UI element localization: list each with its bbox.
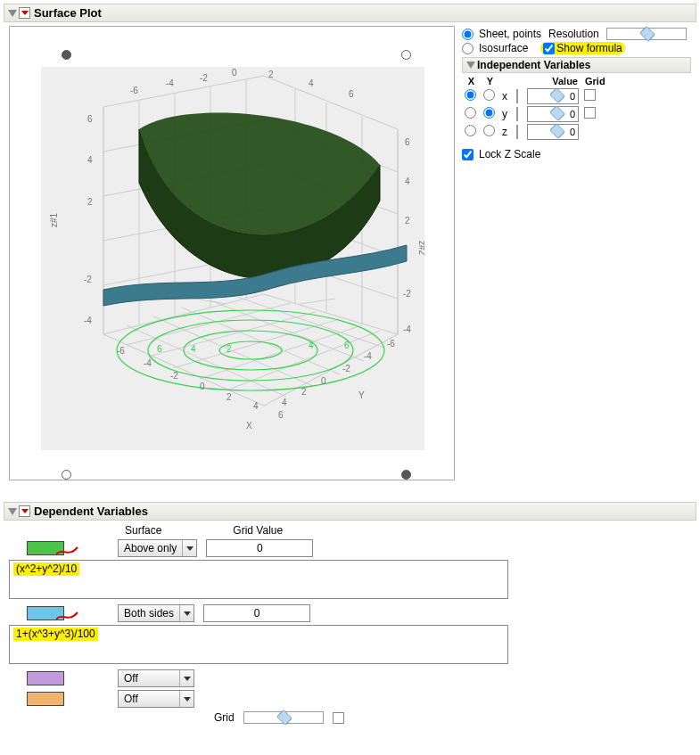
rotate-handle-nw[interactable] — [62, 50, 71, 60]
gridvalue-column-label: Grid Value — [233, 524, 283, 537]
svg-text:-2: -2 — [403, 289, 411, 299]
x-axis-radio-z[interactable] — [465, 125, 476, 136]
ivars-title: Independent Variables — [477, 59, 590, 71]
svg-text:4: 4 — [253, 401, 259, 411]
svg-text:z#2: z#2 — [417, 241, 424, 256]
color-swatch-4[interactable] — [27, 692, 64, 706]
surface-mode-dropdown-3[interactable]: Off — [118, 669, 194, 687]
svg-text:4: 4 — [191, 344, 196, 354]
gridvalue-input-2[interactable] — [203, 604, 310, 622]
sheet-points-radio[interactable] — [462, 29, 474, 40]
surface-plot-viewport[interactable]: -6 -4 -2 0 2 4 6 X 6 4 2 -2 -4 z#1 6 — [9, 26, 455, 480]
svg-text:2: 2 — [405, 216, 410, 226]
y-axis-radio-x[interactable] — [483, 89, 495, 101]
depvars-title: Dependent Variables — [34, 505, 148, 518]
grid-slider[interactable] — [243, 711, 324, 724]
resolution-slider[interactable] — [606, 28, 687, 40]
color-swatch-3[interactable] — [27, 671, 64, 685]
depvar-row-4: Off — [27, 690, 691, 708]
ivar-slider-z[interactable] — [516, 125, 518, 139]
svg-text:2: 2 — [226, 344, 232, 354]
color-swatch-1[interactable] — [27, 541, 64, 555]
svg-text:-6: -6 — [387, 339, 395, 349]
svg-text:-6: -6 — [117, 346, 125, 356]
svg-text:Y: Y — [358, 390, 365, 400]
ivar-row-y: y — [462, 105, 609, 123]
grid-slider-label: Grid — [214, 711, 235, 724]
ivar-slider-y[interactable] — [516, 107, 518, 121]
ivar-grid-y[interactable] — [584, 107, 596, 119]
panel-title: Surface Plot — [34, 6, 102, 20]
color-swatch-2[interactable] — [27, 606, 64, 620]
surface-mode-dropdown-1[interactable]: Above only — [118, 539, 197, 557]
depvar-row-3: Off — [27, 669, 691, 687]
formula-text-2: 1+(x^3+y^3)/100 — [13, 628, 98, 641]
svg-text:2: 2 — [87, 197, 93, 207]
formula-text-1: (x^2+y^2)/10 — [13, 562, 79, 576]
svg-text:0: 0 — [321, 376, 326, 386]
svg-text:0: 0 — [200, 382, 205, 391]
panel-menu-icon[interactable] — [19, 505, 30, 517]
depvar-row-2: Both sides — [27, 604, 691, 622]
svg-text:-6: -6 — [130, 86, 138, 95]
svg-text:2: 2 — [301, 387, 307, 397]
formula-box-2[interactable]: 1+(x^3+y^3)/100 — [9, 625, 508, 664]
svg-text:6: 6 — [344, 341, 350, 350]
svg-text:4: 4 — [282, 398, 287, 407]
svg-text:X: X — [246, 421, 252, 431]
depvar-row-1: Above only — [27, 539, 691, 557]
x-axis-radio-y[interactable] — [465, 107, 476, 119]
ivar-name: x — [499, 87, 510, 105]
svg-text:2: 2 — [268, 70, 274, 79]
x-axis-radio-x[interactable] — [465, 89, 476, 101]
svg-text:4: 4 — [309, 341, 314, 350]
lock-z-scale-label: Lock Z Scale — [479, 148, 540, 160]
svg-text:-2: -2 — [200, 73, 208, 83]
disclosure-icon[interactable] — [8, 10, 17, 17]
svg-text:-2: -2 — [170, 371, 178, 381]
surface-mode-dropdown-4[interactable]: Off — [118, 690, 194, 708]
surface-mode-dropdown-2[interactable]: Both sides — [118, 604, 194, 622]
ivar-row-z: z — [462, 123, 609, 141]
lock-z-scale-checkbox[interactable] — [462, 149, 474, 160]
svg-text:2: 2 — [226, 392, 232, 402]
svg-text:-4: -4 — [166, 78, 174, 88]
svg-text:6: 6 — [278, 410, 284, 420]
rotate-handle-sw[interactable] — [62, 470, 71, 480]
svg-text:-2: -2 — [342, 364, 350, 373]
col-grid: Grid — [581, 75, 609, 87]
ivar-grid-x[interactable] — [584, 89, 596, 101]
show-formula-checkbox[interactable] — [543, 43, 555, 54]
sheet-points-label: Sheet, points — [479, 28, 541, 40]
formula-box-1[interactable]: (x^2+y^2)/10 — [9, 560, 508, 599]
svg-text:4: 4 — [309, 78, 314, 88]
svg-text:6: 6 — [349, 89, 354, 99]
surface-plot-header: Surface Plot — [4, 4, 696, 22]
gridvalue-input-1[interactable] — [206, 539, 313, 557]
svg-text:4: 4 — [87, 155, 93, 165]
independent-variables-table: X Y Value Grid x y — [462, 75, 609, 141]
rotate-handle-se[interactable] — [401, 470, 411, 480]
isosurface-radio[interactable] — [462, 43, 474, 54]
resolution-label: Resolution — [548, 28, 599, 40]
svg-text:-4: -4 — [364, 351, 372, 361]
grid-slider-gridbox[interactable] — [333, 712, 344, 724]
svg-text:6: 6 — [405, 137, 410, 147]
plot-canvas[interactable]: -6 -4 -2 0 2 4 6 X 6 4 2 -2 -4 z#1 6 — [41, 67, 424, 450]
independent-variables-header: Independent Variables — [462, 57, 691, 73]
svg-text:X: X — [244, 67, 251, 69]
panel-menu-icon[interactable] — [19, 7, 30, 19]
col-y: Y — [481, 75, 499, 87]
y-axis-radio-y[interactable] — [483, 107, 495, 119]
rotate-handle-ne[interactable] — [401, 50, 411, 60]
isosurface-label: Isosurface — [479, 42, 528, 54]
disclosure-icon[interactable] — [8, 508, 17, 515]
ivar-slider-x[interactable] — [516, 89, 518, 103]
y-axis-radio-z[interactable] — [483, 125, 495, 136]
svg-text:-4: -4 — [144, 358, 152, 368]
ivar-row-x: x — [462, 87, 609, 105]
show-formula-label: Show formula — [556, 42, 622, 54]
svg-text:z#1: z#1 — [49, 212, 59, 227]
dependent-variables-header: Dependent Variables — [4, 502, 696, 521]
disclosure-icon[interactable] — [466, 62, 475, 69]
